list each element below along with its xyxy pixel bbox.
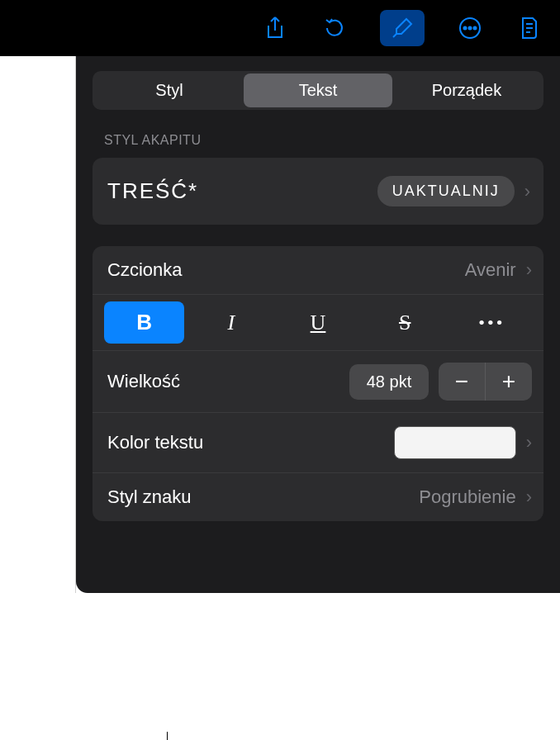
svg-point-2 bbox=[469, 27, 472, 30]
share-icon[interactable] bbox=[261, 14, 289, 42]
text-color-swatch[interactable] bbox=[394, 426, 516, 459]
format-brush-icon[interactable] bbox=[380, 10, 425, 46]
size-decrease-button[interactable]: − bbox=[439, 363, 485, 401]
font-card: Czcionka Avenir › B I U S ••• Wielkość −… bbox=[93, 246, 543, 521]
document-preview-edge bbox=[0, 56, 76, 593]
font-label: Czcionka bbox=[107, 259, 182, 281]
segmented-control: Styl Tekst Porządek bbox=[93, 71, 543, 110]
paragraph-style-name: TREŚĆ* bbox=[107, 178, 198, 204]
format-panel: Styl Tekst Porządek STYL AKAPITU TREŚĆ* … bbox=[76, 56, 560, 593]
text-color-label: Kolor tekstu bbox=[107, 432, 203, 453]
more-icon[interactable] bbox=[456, 14, 484, 42]
paragraph-style-section-label: STYL AKAPITU bbox=[93, 133, 543, 148]
text-color-row[interactable]: Kolor tekstu › bbox=[93, 413, 543, 473]
italic-button[interactable]: I bbox=[191, 301, 271, 344]
format-buttons-row: B I U S ••• bbox=[93, 295, 543, 351]
chevron-right-icon: › bbox=[526, 259, 532, 281]
undo-icon[interactable] bbox=[320, 14, 349, 42]
tab-styl[interactable]: Styl bbox=[95, 74, 244, 107]
document-icon[interactable] bbox=[515, 14, 543, 42]
more-format-button[interactable]: ••• bbox=[452, 301, 532, 344]
chevron-right-icon: › bbox=[526, 486, 532, 508]
tab-tekst[interactable]: Tekst bbox=[244, 74, 392, 107]
chevron-right-icon: › bbox=[526, 432, 532, 453]
svg-point-3 bbox=[474, 27, 477, 30]
chevron-right-icon: › bbox=[524, 181, 530, 202]
character-style-row[interactable]: Styl znaku Pogrubienie › bbox=[93, 473, 543, 521]
underline-button[interactable]: U bbox=[278, 301, 358, 344]
toolbar bbox=[0, 0, 560, 56]
size-input[interactable] bbox=[349, 364, 429, 400]
size-increase-button[interactable]: + bbox=[486, 363, 532, 401]
size-stepper: − + bbox=[439, 363, 532, 401]
paragraph-style-row[interactable]: TREŚĆ* UAKTUALNIJ › bbox=[93, 158, 543, 225]
strike-button[interactable]: S bbox=[365, 301, 445, 344]
font-row[interactable]: Czcionka Avenir › bbox=[93, 246, 543, 295]
svg-point-1 bbox=[464, 27, 467, 30]
paragraph-style-card: TREŚĆ* UAKTUALNIJ › bbox=[93, 158, 543, 225]
character-style-value: Pogrubienie bbox=[419, 486, 515, 508]
size-label: Wielkość bbox=[107, 371, 339, 392]
update-button[interactable]: UAKTUALNIJ bbox=[377, 176, 515, 206]
font-value: Avenir bbox=[465, 259, 516, 281]
callout-line bbox=[167, 732, 168, 740]
bold-button[interactable]: B bbox=[104, 301, 184, 344]
tab-porzadek[interactable]: Porządek bbox=[392, 74, 541, 107]
character-style-label: Styl znaku bbox=[107, 486, 192, 508]
size-row: Wielkość − + bbox=[93, 351, 543, 413]
